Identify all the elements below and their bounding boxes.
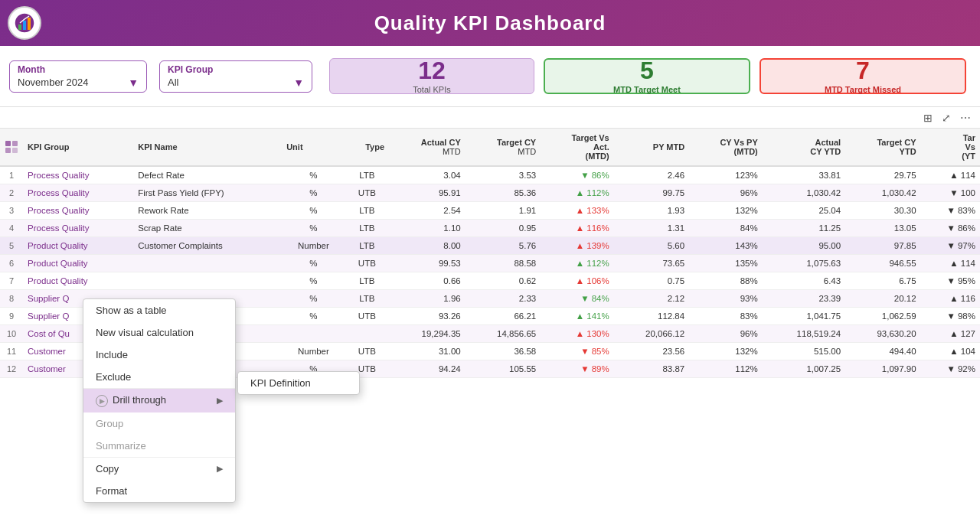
- kpi-card-meet: 5 MTD Target Meet: [544, 58, 750, 94]
- cell-kpi-group: Product Quality: [23, 272, 133, 290]
- cell-actual-cy-ytd: 95.00: [763, 237, 845, 255]
- cell-actual-cy-ytd: 25.04: [763, 202, 845, 220]
- cell-py-mtd: 112.84: [614, 308, 689, 325]
- ctx-drill-through[interactable]: ▶Drill through ▶: [83, 389, 235, 412]
- col-num: [0, 129, 23, 166]
- cell-target-cy-ytd: 1,030.42: [845, 184, 920, 202]
- drill-kpi-def-label: KPI Definition: [250, 377, 311, 389]
- drill-submenu: KPI Definition: [237, 371, 360, 395]
- cell-actual-cy-mtd: 8.00: [389, 237, 466, 255]
- cell-actual-cy-ytd: 515.00: [763, 343, 845, 360]
- col-type: Type: [345, 129, 389, 166]
- ctx-new-visual-calc[interactable]: New visual calculation: [83, 321, 235, 344]
- col-actual-cy-mtd: Actual CYMTD: [389, 129, 466, 166]
- cell-kpi-name: Customer Complaints: [133, 237, 282, 255]
- drill-through-arrow-icon: ▶: [217, 396, 223, 406]
- cell-tar-vs: ▼ 92%: [921, 360, 980, 378]
- cell-unit: %: [282, 290, 345, 308]
- cell-cy-vs-py: 96%: [689, 184, 763, 202]
- expand-icon[interactable]: ⤢: [940, 110, 952, 126]
- cell-kpi-name: Rework Rate: [133, 202, 282, 220]
- kpi-group-filter[interactable]: KPI Group All ▼: [159, 60, 312, 93]
- cell-target-cy-ytd: 13.05: [845, 220, 920, 237]
- cell-target-cy-ytd: 494.40: [845, 343, 920, 360]
- col-unit: Unit: [282, 129, 345, 166]
- col-tar-vs: TarVs(YT: [921, 129, 980, 166]
- cell-cy-vs-py: 135%: [689, 255, 763, 272]
- cell-tvm: ▲ 106%: [541, 272, 614, 290]
- cell-unit: %: [282, 184, 345, 202]
- cell-actual-cy-mtd: 94.24: [389, 360, 466, 378]
- cell-py-mtd: 2.46: [614, 166, 689, 184]
- drill-kpi-definition[interactable]: KPI Definition: [238, 372, 359, 394]
- kpi-cards: 12 Total KPIs 5 MTD Target Meet 7 MTD Ta…: [325, 52, 971, 100]
- cell-tar-vs: ▼ 95%: [921, 272, 980, 290]
- svg-rect-3: [28, 18, 31, 30]
- cell-py-mtd: 20,066.12: [614, 325, 689, 343]
- col-actual-cy-ytd: ActualCY YTD: [763, 129, 845, 166]
- cell-target-cy-ytd: 97.85: [845, 237, 920, 255]
- cell-target-cy-ytd: 93,630.20: [845, 325, 920, 343]
- logo: [8, 6, 41, 40]
- kpi-meet-label: MTD Target Meet: [613, 85, 681, 94]
- ctx-format[interactable]: Format: [83, 480, 235, 502]
- cell-cy-vs-py: 132%: [689, 343, 763, 360]
- month-select[interactable]: November 2024 ▼: [18, 77, 139, 89]
- cell-py-mtd: 1.31: [614, 220, 689, 237]
- cell-target-cy-ytd: 30.30: [845, 202, 920, 220]
- cell-actual-cy-ytd: 1,030.42: [763, 184, 845, 202]
- cell-tvm: ▼ 84%: [541, 290, 614, 308]
- cell-kpi-name: First Pass Yield (FPY): [133, 184, 282, 202]
- cell-kpi-group: Process Quality: [23, 184, 133, 202]
- ctx-show-as-table[interactable]: Show as a table: [83, 299, 235, 321]
- more-options-icon[interactable]: ⋯: [959, 110, 972, 126]
- cell-num: 12: [0, 360, 23, 378]
- kpi-group-chevron-icon: ▼: [293, 77, 304, 89]
- filter-icon[interactable]: ⊞: [922, 110, 934, 126]
- cell-actual-cy-mtd: 3.04: [389, 166, 466, 184]
- cell-actual-cy-mtd: 93.26: [389, 308, 466, 325]
- ctx-include[interactable]: Include: [83, 344, 235, 366]
- cell-tar-vs: ▲ 127: [921, 325, 980, 343]
- ctx-exclude[interactable]: Exclude: [83, 366, 235, 388]
- cell-type: LTB: [345, 202, 389, 220]
- kpi-group-select[interactable]: All ▼: [168, 77, 304, 89]
- svg-rect-1: [18, 24, 21, 30]
- cell-tvm: ▲ 112%: [541, 184, 614, 202]
- cell-actual-cy-mtd: 1.10: [389, 220, 466, 237]
- cell-type: LTB: [345, 290, 389, 308]
- cell-actual-cy-mtd: 95.91: [389, 184, 466, 202]
- kpi-card-missed: 7 MTD Target Missed: [760, 58, 966, 94]
- cell-tvm: ▲ 141%: [541, 308, 614, 325]
- cell-py-mtd: 5.60: [614, 237, 689, 255]
- cell-py-mtd: 99.75: [614, 184, 689, 202]
- cell-num: 8: [0, 290, 23, 308]
- cell-unit: %: [282, 220, 345, 237]
- col-kpi-group: KPI Group: [23, 129, 133, 166]
- cell-actual-cy-ytd: 23.39: [763, 290, 845, 308]
- cell-unit: %: [282, 202, 345, 220]
- col-target-cy-ytd: Target CYYTD: [845, 129, 920, 166]
- month-filter[interactable]: Month November 2024 ▼: [9, 60, 147, 93]
- cell-num: 6: [0, 255, 23, 272]
- month-value: November 2024: [18, 77, 89, 88]
- col-target-vs-act: Target VsAct.(MTD): [541, 129, 614, 166]
- kpi-missed-label: MTD Target Missed: [825, 85, 901, 94]
- cell-py-mtd: 2.12: [614, 290, 689, 308]
- ctx-copy[interactable]: Copy ▶: [83, 458, 235, 480]
- cell-tar-vs: ▲ 116: [921, 290, 980, 308]
- cell-py-mtd: 0.75: [614, 272, 689, 290]
- cell-actual-cy-ytd: 1,041.75: [763, 308, 845, 325]
- context-menu: Show as a table New visual calculation I…: [83, 298, 236, 503]
- cell-tar-vs: ▲ 104: [921, 343, 980, 360]
- cell-tar-vs: ▼ 100: [921, 184, 980, 202]
- cell-actual-cy-mtd: 2.54: [389, 202, 466, 220]
- cell-target-cy-mtd: 105.55: [466, 360, 541, 378]
- cell-num: 2: [0, 184, 23, 202]
- cell-type: LTB: [345, 272, 389, 290]
- copy-arrow-icon: ▶: [217, 464, 223, 474]
- cell-unit: %: [282, 272, 345, 290]
- col-target-cy-mtd: Target CYMTD: [466, 129, 541, 166]
- cell-py-mtd: 83.87: [614, 360, 689, 378]
- cell-target-cy-ytd: 1,062.59: [845, 308, 920, 325]
